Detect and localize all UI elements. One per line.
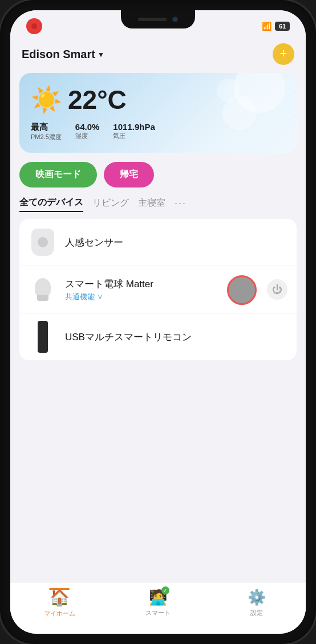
humidity-label: 湿度 xyxy=(75,132,100,140)
app-title: Edison Smart xyxy=(22,48,95,61)
sun-icon: ☀️ xyxy=(31,85,62,115)
power-icon: ⏻ xyxy=(272,284,282,296)
bulb-power-button[interactable]: ⏻ xyxy=(267,279,287,300)
nav-item-home[interactable]: 🏠 マイホーム xyxy=(10,588,109,618)
nav-item-smart[interactable]: 🧑‍💻 ✓ スマート xyxy=(109,589,208,617)
status-bar-left xyxy=(26,18,42,34)
tab-bedroom[interactable]: 主寝室 xyxy=(138,197,165,211)
status-bar: 📶 61 xyxy=(10,10,306,38)
home-active-indicator xyxy=(49,588,70,590)
bulb-head xyxy=(35,278,51,296)
usb-name: USBマルチスマートリモコン xyxy=(65,331,287,344)
notch xyxy=(121,10,195,28)
home-mode-button[interactable]: 帰宅 xyxy=(104,162,154,188)
usb-info: USBマルチスマートリモコン xyxy=(65,331,287,344)
add-button[interactable]: + xyxy=(273,43,294,65)
device-item-sensor[interactable]: 人感センサー xyxy=(19,219,297,266)
bottom-nav: 🏠 マイホーム 🧑‍💻 ✓ スマート ⚙️ 設定 xyxy=(10,582,306,634)
pm25-label: PM2.5濃度 xyxy=(31,133,62,141)
bulb-base xyxy=(37,295,48,301)
settings-nav-label: 設定 xyxy=(250,609,263,617)
mode-buttons: 映画モード 帰宅 xyxy=(10,162,306,197)
record-button[interactable] xyxy=(26,18,42,34)
tab-living[interactable]: リビング xyxy=(92,197,129,211)
record-inner xyxy=(31,23,37,29)
device-item-bulb[interactable]: スマート電球 Matter 共通機能 ∨ ⏻ xyxy=(19,266,297,313)
sensor-circle xyxy=(38,237,48,247)
temperature: 22°C xyxy=(68,84,127,115)
tab-all-devices[interactable]: 全てのデバイス xyxy=(19,197,83,212)
usb-icon-wrap xyxy=(29,323,57,351)
cursor-indicator xyxy=(227,275,257,305)
app-content: Edison Smart ▼ + ☀️ 22°C 最高 xyxy=(10,38,306,631)
weather-card: ☀️ 22°C 最高 PM2.5濃度 64.0% 湿度 1011.9hPa 気圧 xyxy=(19,73,297,153)
app-title-row[interactable]: Edison Smart ▼ xyxy=(22,48,104,61)
home-nav-label: マイホーム xyxy=(44,609,75,618)
home-icon: 🏠 xyxy=(50,588,70,607)
sensor-icon-wrap xyxy=(29,228,57,256)
plus-icon: + xyxy=(280,47,287,60)
phone-screen: 📶 61 Edison Smart ▼ + xyxy=(10,10,306,634)
status-bar-right: 📶 61 xyxy=(262,22,290,31)
pressure-value: 1011.9hPa xyxy=(113,122,155,132)
bubble3 xyxy=(217,79,240,101)
device-list: 人感センサー スマート電球 Matter 共通機能 ∨ xyxy=(19,219,297,360)
wifi-icon: 📶 xyxy=(262,22,272,31)
weather-stat-pm25: 最高 PM2.5濃度 xyxy=(31,122,62,141)
battery-indicator: 61 xyxy=(275,22,290,31)
phone-frame: 📶 61 Edison Smart ▼ + xyxy=(0,0,316,644)
sensor-icon xyxy=(31,229,54,256)
chevron-down-icon: ▼ xyxy=(98,51,104,59)
movie-mode-button[interactable]: 映画モード xyxy=(19,162,97,188)
sensor-name: 人感センサー xyxy=(65,236,287,249)
speaker xyxy=(138,18,167,21)
front-camera xyxy=(172,17,178,22)
nav-item-settings[interactable]: ⚙️ 設定 xyxy=(207,589,306,617)
weather-stat-humidity: 64.0% 湿度 xyxy=(75,122,100,141)
tab-more[interactable]: ··· xyxy=(175,197,187,211)
smart-icon-wrap: 🧑‍💻 ✓ xyxy=(149,589,167,606)
smart-check-icon: ✓ xyxy=(161,586,169,594)
top-bar: Edison Smart ▼ + xyxy=(10,38,306,73)
usb-icon xyxy=(38,321,48,353)
weather-stat-pressure: 1011.9hPa 気圧 xyxy=(113,122,155,141)
pressure-label: 気圧 xyxy=(113,132,155,140)
humidity-value: 64.0% xyxy=(75,122,100,132)
sensor-info: 人感センサー xyxy=(65,236,287,249)
pm25-value: 最高 xyxy=(31,122,62,133)
bulb-icon xyxy=(35,278,51,301)
settings-icon: ⚙️ xyxy=(248,589,266,606)
bulb-icon-wrap xyxy=(29,275,57,304)
device-tabs: 全てのデバイス リビング 主寝室 ··· xyxy=(10,197,306,219)
device-item-usb[interactable]: USBマルチスマートリモコン xyxy=(19,313,297,360)
smart-nav-label: スマート xyxy=(145,609,171,617)
